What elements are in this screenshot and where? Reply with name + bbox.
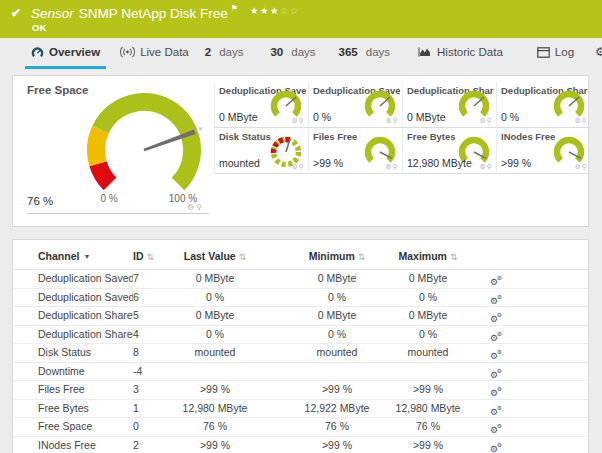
channel-settings-icon[interactable]: ⚙⚙ — [490, 426, 498, 435]
divider — [27, 213, 209, 214]
cell-id: 6 — [133, 289, 173, 307]
channel-settings-icon[interactable]: ⚙⚙ — [490, 408, 498, 417]
channel-gauge-cell[interactable]: Deduplication Shared ...0 MByte⚙⚲ — [403, 82, 497, 128]
column-header-id[interactable]: ID⇅ — [133, 250, 173, 269]
column-header-minimum[interactable]: Minimum⇅ — [282, 250, 392, 269]
cell-id: 3 — [133, 381, 173, 399]
column-header-maximum[interactable]: Maximum⇅ — [392, 250, 464, 269]
tab-live-data[interactable]: Live Data — [114, 38, 195, 69]
gauge-value: 0 MByte — [219, 111, 258, 123]
cell-id: 2 — [133, 437, 173, 453]
flag-icon[interactable]: ⚑ — [231, 4, 238, 13]
table-row[interactable]: Free Space076 %76 %76 %⚙⚙ — [13, 418, 588, 437]
gear-icon[interactable]: ⚙ — [480, 117, 487, 124]
tab-overview[interactable]: Overview — [25, 38, 106, 69]
cell-channel: Deduplication Shared S... — [38, 307, 133, 325]
pin-icon[interactable]: ⚲ — [196, 203, 204, 212]
channel-settings-icon[interactable]: ⚙⚙ — [490, 297, 498, 306]
column-header-last-value[interactable]: Last Value⇅ — [173, 250, 257, 269]
channel-gauge-cell[interactable]: INodes Free>99 %⚙⚲ — [497, 128, 591, 174]
cell-channel: Free Bytes — [38, 400, 133, 418]
gear-icon[interactable]: ⚙ — [292, 163, 299, 170]
channel-settings-icon[interactable]: ⚙⚙ — [490, 445, 498, 453]
log-icon — [537, 47, 550, 58]
priority-stars[interactable]: ★★★☆☆ — [250, 5, 300, 16]
sensor-kind-label: Sensor — [31, 6, 74, 21]
tab-historic-data[interactable]: Historic Data — [412, 38, 509, 69]
channel-table-panel: Channel▼ ID⇅ Last Value⇅ Minimum⇅ Maximu… — [12, 239, 589, 453]
channel-settings-icon[interactable]: ⚙⚙ — [490, 278, 498, 287]
cell-id: 7 — [133, 270, 173, 288]
cell-channel: Files Free — [38, 381, 133, 399]
cell-minimum: 0 MByte — [282, 270, 392, 288]
gear-icon[interactable]: ⚙ — [187, 203, 196, 212]
gauges-panel: Free Space ✕ 0 % 100 % 76 % ⚙⚲ Deduplica… — [12, 75, 589, 227]
pin-icon[interactable]: ⚲ — [487, 117, 493, 124]
table-row[interactable]: Deduplication Shared S...50 MByte0 MByte… — [13, 307, 588, 326]
tab-log[interactable]: Log — [531, 38, 580, 69]
channel-settings-icon[interactable]: ⚙⚙ — [490, 334, 498, 343]
pin-icon[interactable]: ⚲ — [393, 163, 399, 170]
cell-last-value: >99 % — [173, 381, 257, 399]
cell-minimum: 76 % — [282, 418, 392, 436]
channel-settings-icon[interactable]: ⚙⚙ — [490, 371, 498, 380]
cell-maximum: >99 % — [392, 381, 464, 399]
channel-gauge-cell[interactable]: Deduplication Shared ...0 %⚙⚲ — [497, 82, 591, 128]
cell-maximum: >99 % — [392, 437, 464, 453]
gauge-value: 0 % — [501, 111, 519, 123]
channel-gauge-cell[interactable]: Free Bytes12,980 MByte⚙⚲ — [403, 128, 497, 174]
channel-settings-icon[interactable]: ⚙⚙ — [490, 315, 498, 324]
channel-settings-icon[interactable]: ⚙⚙ — [490, 389, 498, 398]
cell-channel: Disk Status — [38, 344, 133, 362]
tab-2-days[interactable]: 2days — [199, 38, 250, 69]
page-title: SNMP NetApp Disk Free — [79, 6, 228, 21]
gear-icon[interactable]: ⚙ — [480, 163, 487, 170]
gauge-value: 76 % — [27, 195, 53, 207]
gear-icon[interactable]: ⚙ — [575, 163, 582, 170]
pin-icon[interactable]: ⚲ — [487, 163, 493, 170]
gauge-min-label: 0 % — [95, 193, 123, 204]
table-row[interactable]: Deduplication Saved Sp...70 MByte0 MByte… — [13, 269, 588, 289]
table-row[interactable]: INodes Free2>99 %>99 %>99 %⚙⚙ — [13, 437, 588, 453]
table-row[interactable]: Deduplication Saved Sp...60 %0 %0 %⚙⚙ — [13, 289, 588, 308]
channel-gauge-cell[interactable]: Deduplication Saved S...0 MByte⚙⚲ — [215, 82, 309, 128]
tab-30-days[interactable]: 30days — [264, 38, 321, 69]
cell-maximum: 76 % — [392, 418, 464, 436]
cell-maximum: 12,980 MByte — [392, 400, 464, 418]
table-header-row: Channel▼ ID⇅ Last Value⇅ Minimum⇅ Maximu… — [13, 240, 588, 269]
channel-gauge-cell[interactable]: Files Free>99 %⚙⚲ — [309, 128, 403, 174]
sort-icon: ⇅ — [358, 252, 366, 262]
gear-icon[interactable]: ⚙ — [386, 163, 393, 170]
table-row[interactable]: Free Bytes112,980 MByte12,922 MByte12,98… — [13, 400, 588, 419]
column-header-channel[interactable]: Channel▼ — [38, 250, 133, 269]
gear-icon[interactable]: ⚙ — [386, 117, 393, 124]
tab-365-days[interactable]: 365days — [333, 38, 396, 69]
channel-gauge-cell[interactable]: Disk Statusmounted⚙⚲ — [215, 128, 309, 174]
pin-icon[interactable]: ⚲ — [299, 163, 305, 170]
table-row[interactable]: Disk Status8mountedmountedmounted⚙⚙ — [13, 344, 588, 363]
table-row[interactable]: Deduplication Shared S...40 %0 %0 %⚙⚙ — [13, 326, 588, 345]
cell-last-value: mounted — [173, 344, 257, 362]
gauge-title: INodes Free — [501, 131, 555, 142]
pin-icon[interactable]: ⚲ — [299, 117, 305, 124]
gauge-value: 12,980 MByte — [407, 157, 472, 169]
primary-channel-gauge[interactable]: Free Space ✕ 0 % 100 % 76 % ⚙⚲ — [13, 76, 214, 226]
historic-data-chart-icon — [418, 46, 432, 58]
gear-icon[interactable]: ⚙ — [292, 117, 299, 124]
gauge-value: mounted — [219, 157, 260, 169]
pin-icon[interactable]: ⚲ — [582, 163, 588, 170]
pin-icon[interactable]: ⚲ — [393, 117, 399, 124]
tab-settings[interactable]: ⚙ Settings — [589, 38, 602, 69]
channel-gauge-cell[interactable]: Deduplication Saved S...0 %⚙⚲ — [309, 82, 403, 128]
gauge-value: >99 % — [501, 157, 531, 169]
table-row[interactable]: Files Free3>99 %>99 %>99 %⚙⚙ — [13, 381, 588, 400]
cell-id: 1 — [133, 400, 173, 418]
channel-settings-icon[interactable]: ⚙⚙ — [490, 352, 498, 361]
cell-channel: Deduplication Saved Sp... — [38, 289, 133, 307]
table-row[interactable]: Downtime-4⚙⚙ — [13, 363, 588, 382]
gear-icon[interactable]: ⚙ — [575, 117, 582, 124]
cell-last-value: >99 % — [173, 437, 257, 453]
pin-icon[interactable]: ⚲ — [582, 117, 588, 124]
sort-desc-icon: ▼ — [83, 253, 90, 260]
gauge-title: Files Free — [313, 131, 357, 142]
